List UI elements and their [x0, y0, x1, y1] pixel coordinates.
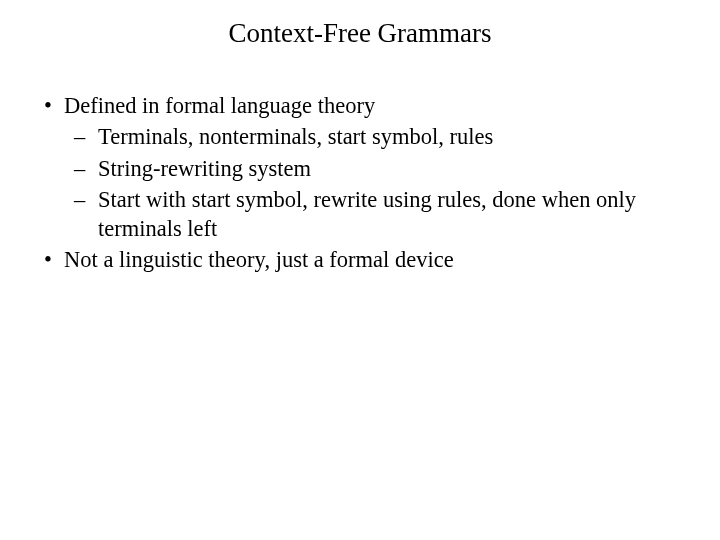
- dash-icon: –: [74, 185, 98, 214]
- list-item: – Start with start symbol, rewrite using…: [74, 185, 690, 244]
- bullet-text: Defined in formal language theory: [64, 91, 690, 120]
- sub-bullet-text: Terminals, nonterminals, start symbol, r…: [98, 122, 690, 151]
- dash-icon: –: [74, 154, 98, 183]
- sub-list: – Terminals, nonterminals, start symbol,…: [38, 122, 690, 243]
- sub-bullet-text: String-rewriting system: [98, 154, 690, 183]
- list-item: – Terminals, nonterminals, start symbol,…: [74, 122, 690, 151]
- dash-icon: –: [74, 122, 98, 151]
- slide-container: Context-Free Grammars • Defined in forma…: [0, 0, 720, 540]
- bullet-icon: •: [38, 91, 64, 120]
- slide-content: • Defined in formal language theory – Te…: [0, 91, 720, 275]
- list-item: – String-rewriting system: [74, 154, 690, 183]
- bullet-text: Not a linguistic theory, just a formal d…: [64, 245, 690, 274]
- bullet-icon: •: [38, 245, 64, 274]
- slide-title: Context-Free Grammars: [0, 18, 720, 49]
- list-item: • Defined in formal language theory: [38, 91, 690, 120]
- list-item: • Not a linguistic theory, just a formal…: [38, 245, 690, 274]
- sub-bullet-text: Start with start symbol, rewrite using r…: [98, 185, 690, 244]
